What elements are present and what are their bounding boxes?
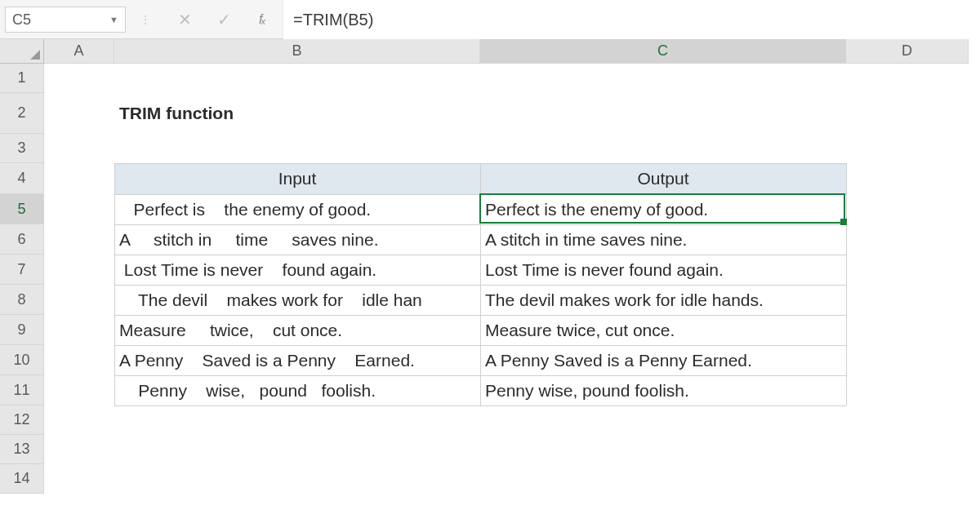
row-header-8[interactable]: 8 [0,285,44,315]
name-box-splitter[interactable]: ⋮ [126,0,165,39]
cell-B5[interactable]: Perfect is the enemy of good. [114,194,480,224]
cell-C5[interactable]: Perfect is the enemy of good. [480,194,846,224]
cell-B10[interactable]: A Penny Saved is a Penny Earned. [114,345,480,375]
formula-input[interactable]: =TRIM(B5) [283,0,980,39]
column-header-A[interactable]: A [44,39,114,64]
grid-line [846,163,847,405]
column-header-B[interactable]: B [114,39,480,64]
row-header-12[interactable]: 12 [0,405,44,435]
grid-line [114,163,115,405]
row-header-7[interactable]: 7 [0,255,44,285]
cancel-icon[interactable]: ✕ [165,0,204,39]
column-header-C[interactable]: C [480,39,846,64]
row-header-13[interactable]: 13 [0,435,44,464]
cell-C8[interactable]: The devil makes work for idle hands. [480,285,846,315]
row-header-14[interactable]: 14 [0,464,44,494]
cell-B6[interactable]: A stitch in time saves nine. [114,224,480,255]
cell-B4[interactable]: Input [114,163,480,194]
cell-B11[interactable]: Penny wise, pound foolish. [114,375,480,405]
row-header-1[interactable]: 1 [0,64,44,93]
row-header-5[interactable]: 5 [0,194,44,224]
cell-C10[interactable]: A Penny Saved is a Penny Earned. [480,345,846,375]
row-header-10[interactable]: 10 [0,345,44,375]
cell-C6[interactable]: A stitch in time saves nine. [480,224,846,255]
row-header-2[interactable]: 2 [0,93,44,134]
chevron-down-icon[interactable]: ▼ [109,7,118,33]
cell-C7[interactable]: Lost Time is never found again. [480,255,846,285]
column-header-D[interactable]: D [846,39,969,64]
cell-B7[interactable]: Lost Time is never found again. [114,255,480,285]
select-all-corner[interactable] [0,39,44,64]
spreadsheet-grid[interactable]: ABCD 1234567891011121314 TRIM functionIn… [0,39,980,514]
row-header-6[interactable]: 6 [0,224,44,255]
cell-B2[interactable]: TRIM function [114,93,480,134]
row-header-3[interactable]: 3 [0,134,44,163]
cell-C4[interactable]: Output [480,163,846,194]
cell-B9[interactable]: Measure twice, cut once. [114,315,480,345]
fx-icon[interactable]: fx [243,0,283,39]
grid-line [114,405,846,406]
cell-C9[interactable]: Measure twice, cut once. [480,315,846,345]
row-header-11[interactable]: 11 [0,375,44,405]
row-header-4[interactable]: 4 [0,163,44,194]
formula-bar: C5 ▼ ⋮ ✕ ✓ fx =TRIM(B5) [0,0,980,39]
enter-icon[interactable]: ✓ [204,0,243,39]
row-header-9[interactable]: 9 [0,315,44,345]
cell-C11[interactable]: Penny wise, pound foolish. [480,375,846,405]
cell-B8[interactable]: The devil makes work for idle han [114,285,480,315]
grid-line [480,163,481,405]
name-box[interactable]: C5 ▼ [5,7,126,33]
name-box-value: C5 [12,7,109,33]
